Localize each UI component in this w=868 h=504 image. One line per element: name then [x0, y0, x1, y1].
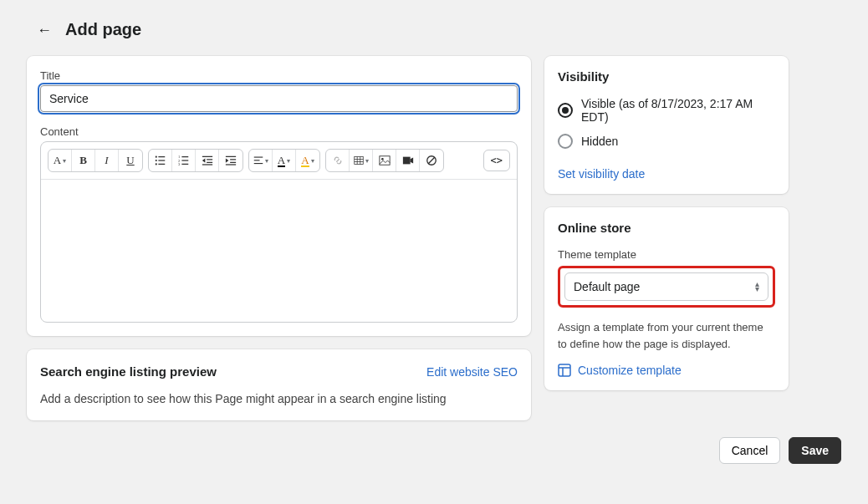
svg-rect-1 [158, 156, 165, 157]
customize-template-link[interactable]: Customize template [558, 364, 775, 377]
chevron-down-icon: ▾ [287, 157, 290, 165]
svg-rect-30 [379, 156, 389, 165]
svg-rect-24 [253, 163, 263, 164]
select-chevron-icon: ▴▾ [755, 282, 759, 292]
svg-rect-7 [181, 156, 188, 157]
visibility-heading: Visibility [558, 69, 775, 84]
svg-rect-36 [559, 364, 570, 376]
set-visibility-date-link[interactable]: Set visibility date [558, 167, 645, 181]
indent-button[interactable] [219, 150, 243, 171]
highlight-color-button[interactable]: A▾ [296, 150, 319, 171]
svg-rect-13 [207, 159, 212, 160]
radio-checked-icon [558, 103, 573, 118]
numbered-list-button[interactable]: 123 [172, 150, 196, 171]
svg-marker-21 [226, 158, 229, 162]
link-button [326, 150, 350, 171]
chevron-down-icon: ▾ [365, 157, 369, 165]
italic-button[interactable]: I [95, 150, 119, 171]
page-title: Add page [65, 20, 141, 39]
layout-icon [558, 364, 571, 377]
svg-point-2 [155, 160, 156, 161]
radio-unchecked-icon [558, 134, 573, 149]
rich-text-editor: A▾ B I U 123 [40, 141, 518, 323]
svg-rect-32 [402, 157, 410, 165]
bold-button[interactable]: B [72, 150, 95, 171]
chevron-down-icon: ▾ [63, 157, 66, 165]
svg-rect-12 [202, 156, 212, 157]
customize-template-label: Customize template [578, 364, 682, 377]
chevron-down-icon: ▾ [311, 157, 314, 165]
video-button[interactable] [396, 150, 420, 171]
title-label: Title [40, 69, 518, 82]
svg-marker-33 [410, 158, 413, 164]
svg-marker-16 [202, 158, 205, 162]
text-color-button[interactable]: A▾ [273, 150, 296, 171]
svg-rect-18 [230, 159, 236, 160]
svg-rect-3 [158, 160, 165, 160]
svg-rect-22 [253, 157, 263, 158]
image-button[interactable] [373, 150, 396, 171]
visibility-visible-option[interactable]: Visible (as of 8/17/2023, 2:17 AM EDT) [558, 97, 775, 124]
cancel-button[interactable]: Cancel [719, 437, 781, 464]
seo-description: Add a description to see how this Page m… [40, 392, 518, 405]
visibility-hidden-label: Hidden [581, 135, 618, 148]
svg-rect-20 [226, 164, 236, 165]
svg-rect-5 [158, 164, 165, 165]
theme-template-select[interactable]: Default page ▴▾ [564, 272, 768, 301]
svg-rect-23 [253, 160, 259, 160]
svg-rect-11 [181, 164, 188, 165]
save-button[interactable]: Save [789, 437, 841, 464]
chevron-down-icon: ▾ [265, 157, 268, 165]
visibility-hidden-option[interactable]: Hidden [558, 134, 775, 149]
underline-button[interactable]: U [119, 150, 142, 171]
svg-point-4 [155, 163, 156, 165]
title-input[interactable] [40, 85, 518, 112]
svg-line-35 [428, 157, 435, 164]
content-label: Content [40, 125, 518, 138]
theme-template-label: Theme template [558, 248, 775, 261]
visibility-visible-label: Visible (as of 8/17/2023, 2:17 AM EDT) [581, 97, 775, 124]
editor-toolbar: A▾ B I U 123 [41, 142, 517, 180]
svg-point-31 [381, 158, 384, 160]
paragraph-style-button[interactable]: A▾ [49, 150, 72, 171]
show-html-button[interactable]: <> [483, 150, 510, 171]
table-button[interactable]: ▾ [350, 150, 373, 171]
template-helper-text: Assign a template from your current them… [558, 319, 775, 352]
online-store-heading: Online store [558, 221, 775, 235]
back-arrow-icon[interactable]: ← [37, 23, 52, 38]
theme-template-value: Default page [574, 280, 640, 293]
align-button[interactable]: ▾ [249, 150, 273, 171]
editor-content-area[interactable] [41, 180, 517, 322]
bullet-list-button[interactable] [149, 150, 172, 171]
svg-point-0 [155, 156, 156, 158]
clear-format-button[interactable] [420, 150, 443, 171]
seo-heading: Search engine listing preview [40, 364, 217, 379]
edit-seo-link[interactable]: Edit website SEO [426, 365, 518, 379]
svg-rect-14 [207, 162, 212, 163]
svg-rect-19 [230, 162, 236, 163]
svg-text:3: 3 [178, 162, 181, 166]
svg-rect-17 [226, 156, 236, 157]
svg-rect-25 [354, 157, 363, 165]
svg-rect-15 [202, 164, 212, 165]
template-select-highlight: Default page ▴▾ [558, 266, 775, 308]
svg-rect-9 [181, 160, 188, 160]
outdent-button[interactable] [196, 150, 219, 171]
